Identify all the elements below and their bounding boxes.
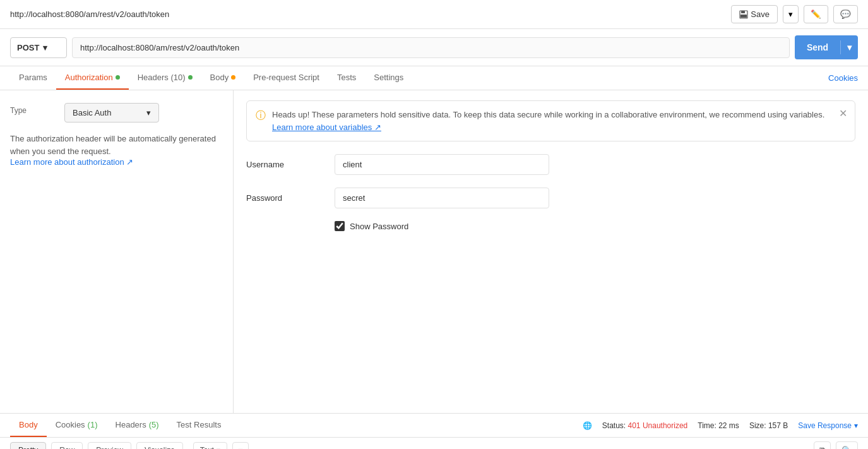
show-password-checkbox[interactable] [335, 221, 345, 231]
bottom-tabs: Body Cookies (1) Headers (5) Test Result… [0, 414, 240, 437]
bottom-tab-cookies[interactable]: Cookies (1) [47, 414, 107, 437]
text-type-select[interactable]: Text ▾ [193, 442, 227, 449]
tabs-bar: Params Authorization Headers (10) Body P… [0, 66, 868, 90]
tab-body[interactable]: Body [201, 66, 245, 90]
password-label: Password [246, 193, 322, 203]
right-icons: ⧉ 🔍 [814, 441, 858, 449]
tab-tests[interactable]: Tests [328, 66, 365, 90]
globe-icon: 🌐 [583, 421, 592, 430]
show-password-row: Show Password [335, 221, 855, 231]
comment-icon-button[interactable]: 💬 [833, 5, 858, 23]
authorization-dot [116, 75, 120, 80]
body-dot [231, 75, 235, 80]
close-banner-button[interactable]: ✕ [839, 107, 847, 119]
headers-count: (5) [149, 420, 159, 429]
method-select[interactable]: POST ▾ [10, 37, 67, 58]
format-bar: Pretty Raw Preview Visualize Text ▾ ≡ ⧉ … [0, 438, 868, 449]
type-label: Type [10, 106, 27, 115]
raw-button[interactable]: Raw [51, 442, 83, 449]
copy-button[interactable]: ⧉ [814, 441, 831, 449]
type-select[interactable]: Basic Auth ▾ [64, 103, 159, 123]
show-password-label[interactable]: Show Password [350, 222, 408, 231]
bottom-tab-body[interactable]: Body [10, 414, 47, 437]
tab-authorization[interactable]: Authorization [56, 66, 129, 90]
username-label: Username [246, 160, 322, 169]
visualize-button[interactable]: Visualize [136, 442, 183, 449]
bottom-panel: Body Cookies (1) Headers (5) Test Result… [0, 413, 868, 449]
preview-button[interactable]: Preview [88, 442, 131, 449]
headers-dot [188, 75, 193, 80]
learn-more-variables-link[interactable]: Learn more about variables ↗ [272, 123, 381, 132]
status-code: 401 Unauthorized [628, 421, 688, 430]
url-input[interactable] [72, 37, 790, 58]
password-row: Password [246, 188, 855, 208]
username-input[interactable] [335, 154, 549, 175]
learn-more-link[interactable]: Learn more about authorization ↗ [10, 157, 133, 167]
save-icon [739, 10, 748, 19]
wrap-lines-button[interactable]: ≡ [232, 442, 249, 450]
right-panel: ⓘ Heads up! These parameters hold sensit… [234, 90, 868, 413]
pretty-button[interactable]: Pretty [10, 442, 46, 449]
save-response-button[interactable]: Save Response ▾ [798, 421, 858, 430]
save-button[interactable]: Save [731, 5, 778, 23]
cookies-count: (1) [88, 420, 98, 429]
left-panel: Type Basic Auth ▾ The authorization head… [0, 90, 234, 413]
type-chevron-icon: ▾ [146, 108, 151, 117]
auth-description: The authorization header will be automat… [10, 133, 223, 157]
method-chevron-icon: ▾ [43, 43, 47, 52]
save-chevron-button[interactable]: ▾ [783, 5, 799, 23]
request-bar: POST ▾ Send ▾ [0, 29, 868, 66]
info-banner: ⓘ Heads up! These parameters hold sensit… [246, 100, 855, 141]
username-row: Username [246, 154, 855, 175]
password-input[interactable] [335, 188, 549, 208]
top-bar: http://localhost:8080/am/rest/v2/oauth/t… [0, 0, 868, 29]
svg-rect-1 [741, 11, 745, 13]
status-label: Status: 401 Unauthorized [602, 421, 687, 430]
tab-params[interactable]: Params [10, 66, 56, 90]
main-content: Type Basic Auth ▾ The authorization head… [0, 90, 868, 413]
tab-headers[interactable]: Headers (10) [129, 66, 201, 90]
top-bar-url: http://localhost:8080/am/rest/v2/oauth/t… [10, 9, 169, 19]
cookies-link[interactable]: Cookies [828, 73, 858, 83]
top-bar-actions: Save ▾ ✏️ 💬 [731, 5, 858, 23]
tab-settings[interactable]: Settings [365, 66, 412, 90]
send-button[interactable]: Send ▾ [795, 35, 858, 59]
bottom-tabs-row: Body Cookies (1) Headers (5) Test Result… [0, 414, 868, 438]
bottom-tab-testresults[interactable]: Test Results [168, 414, 230, 437]
time-label: Time: 22 ms [698, 421, 739, 430]
send-chevron-icon[interactable]: ▾ [840, 40, 858, 54]
status-row: 🌐 Status: 401 Unauthorized Time: 22 ms S… [573, 417, 868, 434]
info-icon: ⓘ [256, 109, 266, 123]
banner-text: Heads up! These parameters hold sensitiv… [272, 109, 846, 133]
size-label: Size: 157 B [749, 421, 788, 430]
edit-icon-button[interactable]: ✏️ [804, 5, 828, 23]
search-button[interactable]: 🔍 [836, 441, 858, 449]
svg-rect-2 [740, 15, 747, 18]
bottom-tab-headers[interactable]: Headers (5) [107, 414, 168, 437]
text-type-chevron-icon: ▾ [217, 446, 220, 449]
tab-prerequest[interactable]: Pre-request Script [244, 66, 328, 90]
